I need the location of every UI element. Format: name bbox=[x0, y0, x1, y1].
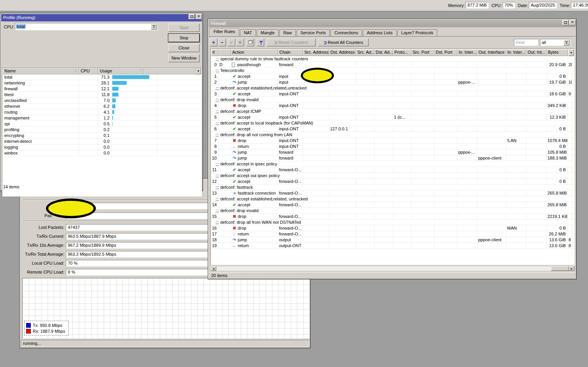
firewall-rule-row[interactable]: 8←returninput-ONT0 B bbox=[211, 144, 574, 149]
firewall-rule-row[interactable]: 17←returnforward-O...26.2 MiB bbox=[211, 231, 574, 237]
firewall-rule-row[interactable]: 9↷jumpforwardpppoe-...105.8 MiB bbox=[211, 149, 574, 155]
firewall-rule-row[interactable]: 18↷jumpoutputpppoe-client13.6 GiB8 bbox=[211, 237, 574, 243]
remove-rule-button[interactable]: − bbox=[218, 39, 226, 46]
profile-row[interactable]: profiling0.2 bbox=[3, 127, 201, 133]
stop-button[interactable]: Stop bbox=[168, 34, 200, 42]
firewall-rule-row[interactable]: 6✔acceptinput-ONT127.0.0.10 B bbox=[211, 126, 574, 132]
rule-comment-row[interactable]: ;;; defconf: accept ICMP bbox=[211, 109, 574, 114]
profile-row[interactable]: winbox0.0 bbox=[3, 150, 201, 156]
tab-nat[interactable]: NAT bbox=[240, 29, 256, 36]
rule-comment-row[interactable]: ;;; special dummy rule to show fasttrack… bbox=[211, 56, 574, 62]
profile-row[interactable]: firewall12.1 bbox=[3, 86, 201, 92]
profile-titlebar[interactable]: Profile (Running) bbox=[1, 14, 202, 21]
column-select-icon[interactable]: ▼ bbox=[569, 49, 574, 56]
add-rule-button[interactable]: + bbox=[210, 39, 217, 46]
enable-rule-button[interactable]: ✔ bbox=[228, 39, 235, 46]
close-icon[interactable]: ✕ bbox=[196, 14, 202, 19]
profile-row[interactable]: logging0.0 bbox=[3, 144, 201, 150]
firewall-rule-row[interactable]: 3✔acceptinput-ONT18.6 GiB9 bbox=[211, 91, 574, 97]
firewall-rule-row[interactable]: 2↷jumpinputpppoe-...19.7 GiB10 bbox=[211, 79, 574, 85]
column-header-dst-address[interactable]: Dst. Address bbox=[329, 49, 356, 56]
rule-comment-row[interactable]: ;;; defconf: accept to local loopback (f… bbox=[211, 120, 574, 126]
filter-button[interactable] bbox=[256, 39, 264, 46]
column-header-src-ad[interactable]: Src. Ad... bbox=[356, 49, 374, 56]
tab-service-ports[interactable]: Service Ports bbox=[297, 29, 330, 36]
profile-row[interactable]: unclassified7.0 bbox=[3, 98, 201, 104]
maximize-icon[interactable] bbox=[189, 14, 195, 19]
firewall-rule-row[interactable]: 19←returnoutput-ONT13.6 GiB8 bbox=[211, 243, 574, 249]
firewall-rule-row[interactable]: 4✖dropinput-ONT349.2 KiB bbox=[211, 103, 574, 109]
horizontal-scrollbar[interactable]: ◄ ► bbox=[210, 266, 575, 271]
chevron-down-icon[interactable]: ▼ bbox=[151, 24, 157, 30]
reset-all-counters-button[interactable]: Reset All Counters bbox=[318, 39, 369, 46]
column-header-dst-port[interactable]: Dst. Port bbox=[434, 49, 457, 56]
firewall-rule-row[interactable]: 12✔acceptforward-O...0 B bbox=[211, 179, 574, 184]
column-header-out-interface[interactable]: Out. Interface bbox=[477, 49, 506, 56]
find-input[interactable] bbox=[514, 39, 538, 46]
rule-comment-row[interactable]: ;;; defconf: accept in ipsec policy bbox=[211, 161, 574, 167]
column-header-name[interactable]: Name△ bbox=[3, 68, 79, 74]
column-header-proto[interactable]: Proto... bbox=[393, 49, 411, 56]
profile-row[interactable]: total71.3 bbox=[3, 74, 201, 80]
scroll-right-icon[interactable]: ► bbox=[569, 266, 574, 271]
firewall-rule-row[interactable]: 7✖dropinput-ONT!LAN1078.4 MiB bbox=[211, 138, 574, 144]
chain-filter-combo[interactable]: all ▼ bbox=[540, 39, 570, 46]
firewall-rule-row[interactable]: 0Dpassthroughforward20.9 GiB20 bbox=[211, 62, 574, 68]
column-header-out-int[interactable]: Out. Int... bbox=[526, 49, 547, 56]
profile-row[interactable]: spi0.5 bbox=[3, 121, 201, 127]
new-window-button[interactable]: New Window bbox=[168, 54, 200, 62]
column-header-src-port[interactable]: Src. Port bbox=[411, 49, 434, 56]
rule-comment-row[interactable]: ;;; defconf: accept established,related,… bbox=[211, 196, 574, 202]
tab-address-lists[interactable]: Address Lists bbox=[363, 29, 396, 36]
rule-comment-row[interactable]: ;;; defconf: drop all not coming from LA… bbox=[211, 132, 574, 138]
firewall-rule-row[interactable]: 1✔acceptinput0 B bbox=[211, 74, 574, 79]
column-header-bytes[interactable]: Bytes bbox=[547, 49, 568, 56]
profile-row[interactable]: management1.2 bbox=[3, 115, 201, 121]
column-header-src-address[interactable]: Src. Address bbox=[303, 49, 329, 56]
column-header-[interactable]: # bbox=[211, 49, 219, 56]
column-header-dst-ad[interactable]: Dst. Ad... bbox=[374, 49, 393, 56]
firewall-rule-row[interactable]: 11✔acceptforward-O...0 B bbox=[211, 167, 574, 173]
rule-comment-row[interactable]: ;;; defconf: drop invalid bbox=[211, 208, 574, 214]
tab-layer7-protocols[interactable]: Layer7 Protocols bbox=[397, 29, 438, 36]
profile-row[interactable]: encrypting0.1 bbox=[3, 133, 201, 139]
close-button[interactable]: Close bbox=[168, 44, 200, 52]
column-header-usage[interactable]: Usage▽ bbox=[98, 68, 144, 74]
firewall-rule-row[interactable]: 10↷jumpforwardpppoe-client188.3 MiB bbox=[211, 155, 574, 161]
column-header-action[interactable]: Action bbox=[231, 49, 278, 56]
profile-row[interactable]: routing4.1 bbox=[3, 109, 201, 115]
firewall-rule-row[interactable]: 16✖dropforward-O...WAN0 B bbox=[211, 225, 574, 231]
copy-button[interactable] bbox=[246, 39, 254, 46]
rule-comment-row[interactable]: ;;; defconf: drop all from WAN not DSTNA… bbox=[211, 219, 574, 225]
column-header-blank[interactable] bbox=[144, 68, 196, 74]
tab-filter-rules[interactable]: Filter Rules bbox=[210, 28, 239, 36]
chevron-down-icon[interactable]: ▼ bbox=[563, 40, 570, 46]
column-header-chain[interactable]: Chain bbox=[278, 49, 303, 56]
column-header-in-inter[interactable]: In. Inter... bbox=[457, 49, 477, 56]
rule-comment-row[interactable]: ;;; Telecontrollo bbox=[211, 68, 574, 74]
profile-row[interactable]: networking28.1 bbox=[3, 80, 201, 86]
profile-row[interactable]: ethernet6.2 bbox=[3, 104, 201, 109]
scroll-left-icon[interactable]: ◄ bbox=[211, 266, 216, 271]
firewall-titlebar[interactable]: Firewall bbox=[209, 20, 576, 27]
firewall-rule-row[interactable]: 13»fasttrack connectionforward-O...265.8… bbox=[211, 190, 574, 196]
cpu-combo[interactable]: total ▼ bbox=[15, 23, 158, 30]
tab-mangle[interactable]: Mangle bbox=[257, 29, 279, 36]
column-header-cpu[interactable]: CPU bbox=[79, 68, 98, 74]
column-header[interactable] bbox=[219, 49, 231, 56]
profile-row[interactable]: internet-detect0.0 bbox=[3, 139, 201, 144]
scrollbar-thumb[interactable] bbox=[551, 266, 569, 271]
firewall-rule-row[interactable]: 15✖dropforward-O...2219.1 KiB bbox=[211, 214, 574, 219]
tab-connections[interactable]: Connections bbox=[330, 29, 362, 36]
maximize-icon[interactable] bbox=[562, 20, 569, 25]
disable-rule-button[interactable]: ✖ bbox=[236, 39, 244, 46]
firewall-rule-row[interactable]: 14✔acceptforward-O...265.8 MiB bbox=[211, 202, 574, 208]
firewall-rule-row[interactable]: 5✔acceptinput-ONT1 (ic...12.3 KiB bbox=[211, 114, 574, 120]
start-button[interactable]: Start bbox=[168, 24, 200, 32]
rule-comment-row[interactable]: ;;; defconf: fasttrack bbox=[211, 184, 574, 190]
profile-row[interactable]: btest11.8 bbox=[3, 92, 201, 98]
column-header-in-inter[interactable]: In. Inter... bbox=[506, 49, 526, 56]
reset-counters-button[interactable]: Reset Counters bbox=[267, 39, 316, 46]
rule-comment-row[interactable]: ;;; defconf: drop invalid bbox=[211, 97, 574, 103]
tab-raw[interactable]: Raw bbox=[279, 29, 296, 36]
